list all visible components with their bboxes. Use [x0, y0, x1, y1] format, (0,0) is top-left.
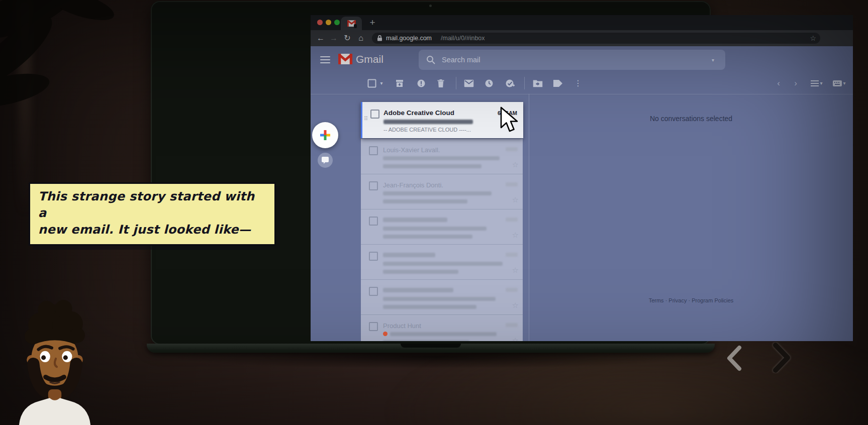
- search-icon[interactable]: [426, 55, 435, 64]
- compose-button[interactable]: [312, 122, 338, 148]
- email-checkbox[interactable]: [369, 181, 378, 190]
- email-checkbox[interactable]: [370, 110, 379, 119]
- gmail-page: Gmail Search mail ▾ ▾: [311, 46, 853, 341]
- address-bar[interactable]: mail.google.com /mail/u/0/#inbox ☆: [372, 33, 820, 44]
- email-time-blurred: [506, 147, 518, 151]
- input-tools-icon[interactable]: [833, 80, 842, 86]
- email-snippet-blurred: [383, 164, 481, 168]
- email-subject-blurred: [383, 262, 503, 266]
- home-icon[interactable]: ⌂: [355, 30, 367, 46]
- email-row[interactable]: ☆: [361, 279, 523, 315]
- email-list: Louis-Xavier Lavall. ☆ Jean-François Don…: [361, 139, 523, 341]
- browser-toolbar: ← → ↻ ⌂ mail.google.com /mail/u/0/#inbox…: [311, 30, 853, 46]
- toolbar-divider: [524, 77, 525, 89]
- email-checkbox[interactable]: [369, 146, 378, 155]
- drag-handle-icon[interactable]: ⠿: [364, 116, 367, 122]
- move-to-icon[interactable]: [533, 79, 543, 87]
- email-subject-blurred: [383, 120, 473, 124]
- add-to-tasks-icon[interactable]: [506, 79, 515, 88]
- mouse-cursor: [499, 107, 518, 133]
- star-icon[interactable]: ☆: [512, 195, 519, 204]
- email-snippet-blurred: [383, 235, 472, 239]
- email-snippet: -- ADOBE CREATIVE CLOUD ----...: [383, 127, 471, 133]
- email-sender: Adobe Creative Cloud: [383, 109, 454, 117]
- split-pane-toggle-icon[interactable]: [811, 80, 819, 86]
- report-spam-icon[interactable]: [417, 79, 426, 88]
- narrator-avatar: [13, 297, 97, 425]
- reading-pane: No conversations selected Terms · Privac…: [529, 94, 853, 341]
- forward-icon[interactable]: →: [328, 30, 340, 46]
- label-icon[interactable]: [553, 80, 562, 87]
- gmail-logo-text[interactable]: Gmail: [356, 53, 383, 65]
- email-row[interactable]: ☆: [361, 244, 523, 280]
- email-snippet-blurred: [383, 270, 458, 274]
- zoom-window-button[interactable]: [334, 20, 340, 25]
- email-checkbox[interactable]: [369, 217, 378, 226]
- email-time-blurred: [506, 253, 518, 257]
- search-options-caret-icon[interactable]: ▾: [712, 57, 714, 63]
- close-window-button[interactable]: [317, 20, 323, 25]
- chat-icon: [322, 157, 329, 164]
- caption-bold: new email: [38, 223, 109, 237]
- chat-button[interactable]: [318, 153, 333, 168]
- emoji-dot: [383, 332, 388, 336]
- email-sender-blurred: [383, 288, 453, 292]
- main-menu-icon[interactable]: [320, 54, 330, 65]
- laptop-hinge-notch: [401, 344, 461, 348]
- email-checkbox[interactable]: [369, 322, 378, 331]
- email-time-blurred: [506, 288, 518, 292]
- email-time-blurred: [506, 182, 518, 186]
- snooze-icon[interactable]: [485, 79, 494, 88]
- story-caption: This strange story started with a new em…: [29, 182, 276, 246]
- gmail-browser-tab[interactable]: [341, 17, 362, 30]
- email-row[interactable]: Product Hunt ☆: [361, 314, 523, 341]
- email-sender-blurred: [383, 253, 435, 257]
- email-subject-blurred: [390, 332, 497, 336]
- previous-page-arrow[interactable]: [724, 345, 744, 372]
- browser-tab-strip: +: [311, 15, 853, 30]
- next-page-arrow[interactable]: [770, 342, 793, 373]
- mark-read-icon[interactable]: [464, 79, 474, 87]
- gmail-body: Louis-Xavier Lavall. ☆ Jean-François Don…: [311, 94, 853, 341]
- email-time-blurred: [506, 323, 518, 327]
- caption-line2: . It just looked like—: [109, 223, 251, 237]
- compose-plus-icon: [319, 129, 331, 141]
- laptop-screen: + ← → ↻ ⌂ mail.google.com /mail/u/0/#inb…: [311, 15, 853, 341]
- gmail-logo-icon: [338, 54, 352, 64]
- star-icon[interactable]: ☆: [512, 301, 519, 310]
- star-icon[interactable]: ☆: [512, 160, 519, 169]
- email-row[interactable]: ☆: [361, 209, 523, 245]
- back-icon[interactable]: ←: [315, 30, 327, 46]
- toolbar-divider: [456, 77, 456, 89]
- star-icon[interactable]: ☆: [512, 231, 519, 240]
- archive-icon[interactable]: [395, 79, 404, 88]
- url-path: /mail/u/0/#inbox: [441, 33, 485, 44]
- email-checkbox[interactable]: [369, 287, 378, 296]
- new-tab-button[interactable]: +: [366, 16, 379, 29]
- star-icon[interactable]: ☆: [512, 266, 519, 275]
- empty-state-text: No conversations selected: [650, 115, 732, 123]
- minimize-window-button[interactable]: [326, 20, 331, 25]
- story-scene: + ← → ↻ ⌂ mail.google.com /mail/u/0/#inb…: [0, 0, 868, 425]
- bookmark-star-icon[interactable]: ☆: [810, 33, 816, 44]
- search-mail-input[interactable]: Search mail ▾: [419, 50, 725, 70]
- delete-icon[interactable]: [437, 79, 445, 88]
- email-subject-blurred: [383, 191, 492, 195]
- star-icon[interactable]: ☆: [512, 336, 519, 341]
- select-all-checkbox[interactable]: [368, 79, 376, 87]
- email-subject-blurred: [383, 227, 487, 231]
- footer-links[interactable]: Terms · Privacy · Program Policies: [649, 297, 734, 303]
- reload-icon[interactable]: ↻: [341, 30, 353, 46]
- email-row[interactable]: Jean-François Donti. ☆: [361, 174, 523, 209]
- email-subject-blurred: [383, 297, 496, 301]
- email-sender: Louis-Xavier Lavall.: [383, 146, 440, 154]
- email-snippet-blurred: [383, 199, 467, 203]
- email-checkbox[interactable]: [369, 252, 378, 261]
- email-sender: Jean-François Donti.: [383, 181, 443, 189]
- gmail-header: Gmail Search mail ▾: [311, 46, 853, 72]
- email-snippet-blurred: [383, 340, 469, 341]
- email-row[interactable]: Louis-Xavier Lavall. ☆: [361, 139, 523, 174]
- search-placeholder: Search mail: [442, 50, 480, 70]
- favicon-badge: [354, 24, 357, 28]
- caption-line1: This strange story started with a: [38, 189, 254, 220]
